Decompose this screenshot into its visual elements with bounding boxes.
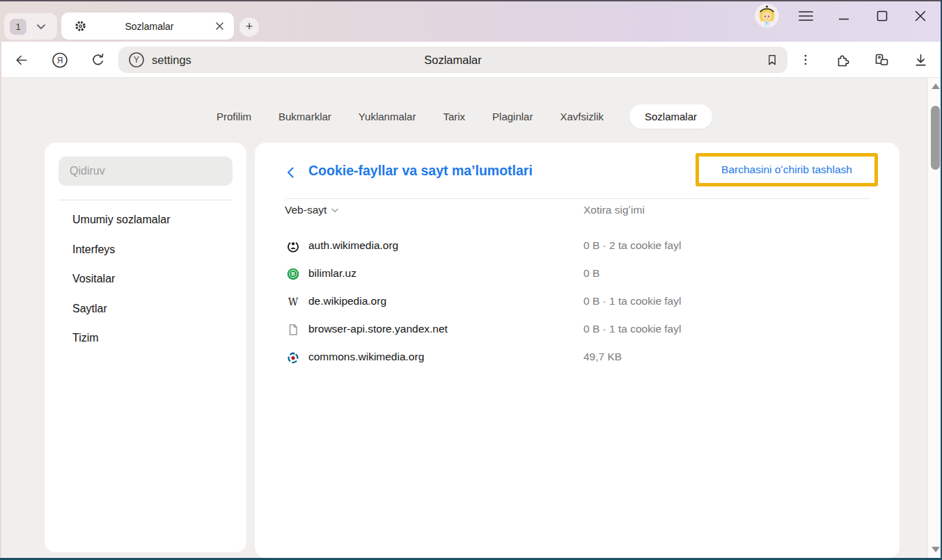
scrollbar[interactable] — [927, 78, 942, 558]
sidebar-item-vositalar[interactable]: Vositalar — [72, 273, 115, 285]
user-avatar[interactable] — [755, 3, 779, 28]
browser-tab-sozlamalar[interactable]: Sozlamalar — [61, 13, 234, 40]
commons-icon — [287, 351, 299, 364]
nav-tab-plaginlar[interactable]: Plaginlar — [491, 104, 534, 129]
site-name: de.wikipedia.org — [308, 295, 386, 307]
reload-icon — [90, 52, 106, 68]
divider — [58, 200, 233, 200]
tab-title: Sozlamalar — [87, 21, 212, 32]
chevron-left-icon — [285, 166, 295, 179]
cookies-heading: Cookie-fayllar va sayt ma’lumotlari — [308, 163, 533, 179]
cookies-panel: Cookie-fayllar va sayt ma’lumotlari Barc… — [255, 143, 900, 558]
site-row[interactable]: B bilimlar.uz 0 B — [255, 260, 900, 288]
downloads-button[interactable] — [912, 51, 929, 68]
close-window-button[interactable] — [910, 6, 931, 26]
hamburger-icon — [799, 10, 813, 22]
download-icon — [913, 52, 929, 68]
site-row[interactable]: commons.wikimedia.org 49,7 KB — [255, 344, 900, 371]
site-name: auth.wikimedia.org — [308, 239, 398, 252]
sort-by-site-header[interactable]: Veb-sayt — [285, 204, 338, 216]
window-left-edge — [0, 42, 1, 560]
page-icon — [287, 323, 299, 336]
svg-text:Y: Y — [134, 55, 140, 65]
chevron-down-icon — [331, 208, 338, 213]
svg-text:B: B — [291, 271, 295, 277]
browser-window: 1 Sozlamalar + — [0, 0, 942, 560]
reload-button[interactable] — [89, 51, 106, 68]
nav-tab-tarix[interactable]: Tarix — [441, 104, 466, 129]
site-row[interactable]: browser-api.store.yandex.net 0 B · 1 ta … — [255, 316, 900, 344]
sidebar-item-saytlar[interactable]: Saytlar — [72, 303, 107, 315]
site-size: 0 B · 1 ta cookie fayl — [583, 295, 681, 307]
bookmark-icon — [765, 53, 779, 67]
kebab-menu-icon — [799, 53, 813, 67]
site-row[interactable]: W de.wikipedia.org 0 B · 1 ta cookie fay… — [255, 288, 900, 316]
extensions-button[interactable] — [835, 51, 851, 68]
tab-count-badge: 1 — [10, 19, 26, 35]
chevron-down-icon — [36, 24, 46, 30]
svg-text:W: W — [288, 296, 299, 307]
nav-tab-bukmarklar[interactable]: Bukmarklar — [277, 104, 333, 129]
wikipedia-icon: W — [287, 296, 299, 308]
site-name: commons.wikimedia.org — [308, 351, 424, 363]
gear-icon — [74, 19, 87, 33]
site-name: browser-api.store.yandex.net — [308, 323, 448, 335]
settings-nav: Profilim Bukmarklar Yuklanmalar Tarix Pl… — [0, 103, 927, 129]
site-badge-icon: Y — [128, 51, 145, 68]
scroll-thumb[interactable] — [931, 106, 940, 170]
window-top-edge — [0, 0, 942, 1]
sidebar-item-tizim[interactable]: Tizim — [72, 332, 99, 344]
nav-tab-profilim[interactable]: Profilim — [215, 104, 253, 129]
passwords-button[interactable] — [873, 51, 890, 68]
new-tab-button[interactable]: + — [240, 17, 259, 37]
delete-all-cookies-button[interactable]: Barchasini oʻchirib tashlash — [721, 163, 852, 176]
sidebar-item-interfeys[interactable]: Interfeys — [72, 243, 115, 256]
scroll-up-button[interactable] — [932, 83, 940, 89]
site-size: 0 B — [583, 267, 599, 280]
key-card-icon — [873, 51, 890, 68]
menu-button[interactable] — [795, 6, 816, 26]
minimize-icon — [838, 10, 849, 22]
maximize-icon — [877, 10, 888, 22]
svg-text:Я: Я — [57, 55, 63, 65]
site-size: 49,7 KB — [583, 351, 622, 363]
puzzle-icon — [835, 51, 851, 68]
site-name: bilimlar.uz — [308, 267, 356, 280]
wikimedia-icon — [287, 240, 299, 253]
tab-counter[interactable]: 1 — [4, 13, 57, 40]
close-icon — [215, 22, 224, 31]
settings-page: Profilim Bukmarklar Yuklanmalar Tarix Pl… — [0, 78, 942, 558]
address-input-value: settings — [152, 54, 191, 67]
size-column-header: Xotira sigʻimi — [583, 204, 645, 216]
divider — [285, 198, 870, 199]
maximize-button[interactable] — [872, 6, 893, 26]
back-button[interactable] — [13, 51, 29, 68]
site-column-label: Veb-sayt — [285, 204, 327, 216]
scroll-down-button[interactable] — [932, 547, 940, 552]
address-bar[interactable]: Y settings Sozlamalar — [118, 47, 787, 73]
highlight-box: Barchasini oʻchirib tashlash — [696, 153, 878, 186]
nav-tab-sozlamalar[interactable]: Sozlamalar — [629, 104, 712, 129]
bilimlar-icon: B — [287, 268, 299, 280]
browser-toolbar: Я Y settings Sozlamalar — [0, 42, 942, 78]
tab-close-button[interactable] — [212, 19, 227, 34]
site-row[interactable]: auth.wikimedia.org 0 B · 2 ta cookie fay… — [255, 232, 900, 260]
avatar-image — [755, 3, 779, 28]
more-actions-button[interactable] — [797, 51, 814, 68]
address-page-title: Sozlamalar — [118, 54, 787, 67]
nav-tab-xavfsizlik[interactable]: Xavfsizlik — [558, 104, 605, 129]
yandex-home-button[interactable]: Я — [52, 51, 68, 68]
window-titlebar: 1 Sozlamalar + — [0, 0, 942, 42]
sidebar-search-input[interactable] — [58, 157, 233, 186]
sidebar-item-umumiy-sozlamalar[interactable]: Umumiy sozlamalar — [72, 214, 170, 226]
settings-sidebar: Umumiy sozlamalar Interfeys Vositalar Sa… — [45, 143, 246, 552]
close-icon — [915, 10, 926, 22]
arrow-left-icon — [13, 52, 29, 68]
site-size: 0 B · 2 ta cookie fayl — [583, 239, 681, 252]
minimize-button[interactable] — [833, 6, 854, 26]
yandex-logo-icon: Я — [52, 51, 68, 69]
bookmark-button[interactable] — [764, 51, 780, 68]
back-to-settings-button[interactable] — [283, 165, 298, 180]
nav-tab-yuklanmalar[interactable]: Yuklanmalar — [357, 104, 418, 129]
site-size: 0 B · 1 ta cookie fayl — [583, 323, 681, 335]
